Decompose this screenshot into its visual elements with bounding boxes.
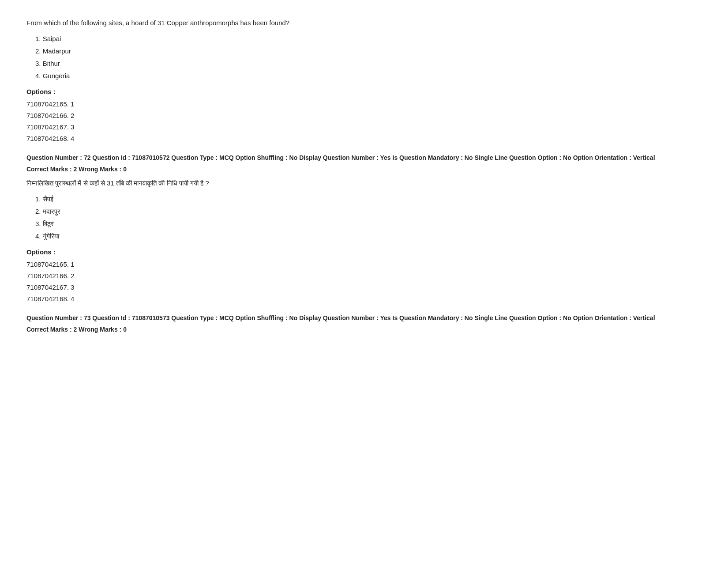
list-item: 4. गुंगेरिया [35, 231, 702, 242]
question-72-marks: Correct Marks : 2 Wrong Marks : 0 [26, 164, 702, 174]
question-72-block: Question Number : 72 Question Id : 71087… [26, 153, 702, 304]
list-item: 71087042165. 1 [26, 99, 702, 110]
question-72-meta: Question Number : 72 Question Id : 71087… [26, 153, 702, 162]
question-72-options-hi: 1. सैपई 2. मदारपुर 3. बिठूर 4. गुंगेरिया [35, 194, 702, 242]
top-question-text: From which of the following sites, a hoa… [26, 18, 702, 28]
list-item: 71087042166. 2 [26, 110, 702, 121]
question-73-marks: Correct Marks : 2 Wrong Marks : 0 [26, 325, 702, 334]
list-item: 71087042166. 2 [26, 271, 702, 281]
list-item: 3. Bithur [35, 58, 702, 69]
list-item: 71087042168. 4 [26, 294, 702, 304]
question-73-meta: Question Number : 73 Question Id : 71087… [26, 313, 702, 323]
list-item: 1. सैपई [35, 194, 702, 204]
top-question-block: From which of the following sites, a hoa… [26, 18, 702, 144]
question-73-block: Question Number : 73 Question Id : 71087… [26, 313, 702, 335]
question-72-options-label: Options : [26, 247, 702, 257]
list-item: 71087042167. 3 [26, 282, 702, 293]
list-item: 71087042168. 4 [26, 133, 702, 144]
top-options-label: Options : [26, 87, 702, 97]
list-item: 2. Madarpur [35, 46, 702, 57]
top-option-ids-list: 71087042165. 1 71087042166. 2 7108704216… [26, 99, 702, 144]
question-72-text-hi: निम्नलिखित पुरास्थलों में से कहाँ से 31 … [26, 178, 702, 189]
list-item: 1. Saipai [35, 34, 702, 44]
list-item: 3. बिठूर [35, 219, 702, 229]
list-item: 71087042165. 1 [26, 259, 702, 270]
list-item: 4. Gungeria [35, 71, 702, 81]
list-item: 71087042167. 3 [26, 122, 702, 132]
question-72-option-ids: 71087042165. 1 71087042166. 2 7108704216… [26, 259, 702, 304]
list-item: 2. मदारपुर [35, 206, 702, 217]
top-options-list: 1. Saipai 2. Madarpur 3. Bithur 4. Gunge… [35, 34, 702, 81]
